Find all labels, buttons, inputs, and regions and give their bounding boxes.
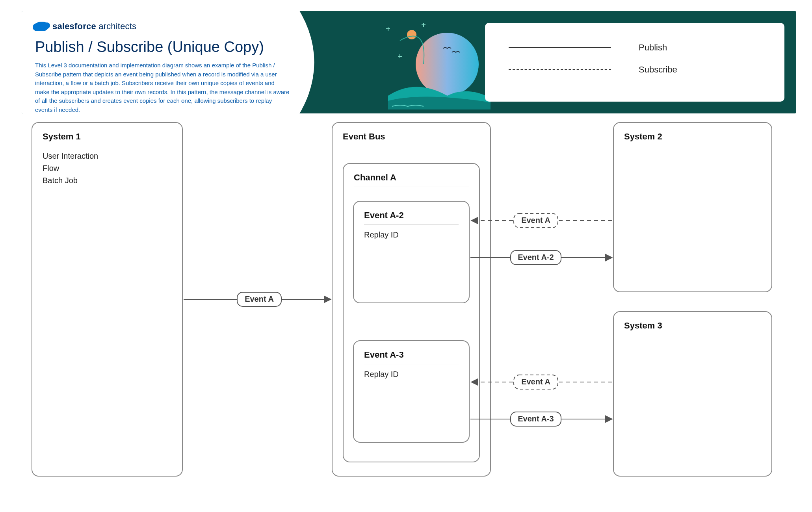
box-system-3-title: System 3 [624, 321, 761, 335]
box-event-a-3: Event A-3 Replay ID [353, 340, 470, 443]
diagram-page: salesforce architects Publish / Subscrib… [0, 0, 812, 512]
replay-id-label: Replay ID [364, 230, 459, 239]
box-system-1: System 1 User Interaction Flow Batch Job [32, 122, 183, 477]
list-item: Flow [43, 164, 172, 173]
list-item: User Interaction [43, 152, 172, 161]
box-event-a-3-body: Replay ID [364, 370, 459, 379]
box-system-2: System 2 [613, 122, 772, 292]
box-system-3: System 3 [613, 311, 772, 477]
box-event-a-2-body: Replay ID [364, 230, 459, 239]
list-item: Batch Job [43, 176, 172, 185]
box-system-1-body: User Interaction Flow Batch Job [43, 152, 172, 185]
box-system-2-title: System 2 [624, 132, 761, 146]
diagram-boxes-layer: System 1 User Interaction Flow Batch Job… [0, 0, 812, 512]
box-event-a-2: Event A-2 Replay ID [353, 201, 470, 303]
replay-id-label: Replay ID [364, 370, 459, 379]
box-event-a-3-title: Event A-3 [364, 350, 459, 364]
box-event-a-2-title: Event A-2 [364, 210, 459, 225]
box-event-bus-title: Event Bus [343, 132, 480, 146]
box-channel-a-title: Channel A [354, 173, 469, 187]
box-system-1-title: System 1 [43, 132, 172, 146]
